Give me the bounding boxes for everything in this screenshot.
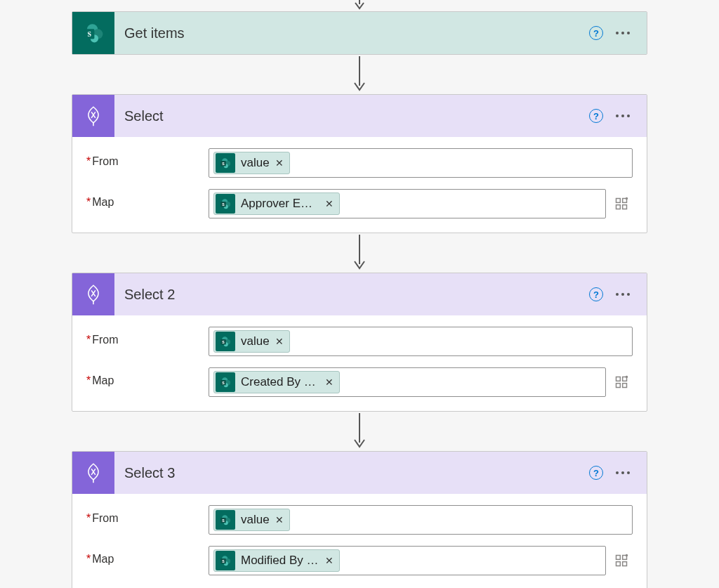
param-label: *From [86, 327, 209, 346]
svg-point-19 [626, 197, 628, 200]
svg-text:S: S [222, 162, 225, 166]
svg-point-49 [626, 554, 628, 556]
svg-rect-48 [623, 562, 627, 566]
connector[interactable] [351, 55, 368, 94]
dynamic-token-value[interactable]: S value ✕ [213, 152, 290, 174]
connector[interactable] [351, 233, 368, 273]
svg-rect-32 [616, 384, 621, 388]
param-row-map: *Map S Modified By E… ✕ [86, 546, 633, 575]
card-title: Select 2 [114, 287, 585, 303]
more-menu-button[interactable] [612, 462, 634, 484]
remove-token-icon[interactable]: ✕ [325, 377, 334, 388]
switch-map-mode-button[interactable] [610, 367, 633, 397]
dynamic-token-approver-email[interactable]: S Approver Email ✕ [213, 192, 340, 215]
help-button[interactable]: ? [585, 462, 607, 484]
sharepoint-icon: S [216, 332, 235, 351]
map-input[interactable]: S Modified By E… ✕ [209, 546, 606, 575]
svg-text:S: S [88, 30, 92, 38]
from-input[interactable]: S value ✕ [209, 327, 633, 356]
sharepoint-icon: S [216, 510, 235, 530]
svg-rect-15 [616, 199, 621, 203]
dynamic-token-value[interactable]: S value ✕ [213, 330, 290, 353]
card-title: Select 3 [114, 465, 585, 481]
remove-token-icon[interactable]: ✕ [325, 555, 334, 566]
remove-token-icon[interactable]: ✕ [275, 157, 284, 169]
from-input[interactable]: S value ✕ [209, 505, 633, 535]
svg-rect-33 [623, 384, 627, 388]
param-row-map: *Map S Created By Em… ✕ [86, 367, 633, 397]
data-operation-icon [72, 452, 114, 494]
more-menu-button[interactable] [612, 105, 634, 127]
svg-rect-30 [616, 377, 621, 381]
svg-text:S: S [222, 381, 225, 385]
param-row-from: *From S value ✕ [86, 505, 633, 535]
help-button[interactable]: ? [585, 22, 607, 44]
svg-text:S: S [222, 518, 225, 523]
map-input[interactable]: S Created By Em… ✕ [209, 367, 606, 397]
card-title: Select [114, 108, 585, 124]
from-input[interactable]: S value ✕ [209, 148, 633, 178]
action-card-select[interactable]: Select ? *From S [72, 94, 647, 233]
param-row-map: *Map S Approver Email ✕ [86, 189, 633, 218]
map-input[interactable]: S Approver Email ✕ [209, 189, 606, 218]
sharepoint-icon: S [216, 372, 235, 392]
action-card-select-3[interactable]: Select 3 ? *From S value ✕ [72, 451, 647, 588]
remove-token-icon[interactable]: ✕ [275, 514, 284, 525]
more-menu-button[interactable] [612, 283, 634, 306]
dynamic-token-created-by-email[interactable]: S Created By Em… ✕ [213, 371, 340, 393]
param-label: *From [86, 148, 209, 168]
svg-rect-47 [616, 562, 621, 566]
dynamic-token-value[interactable]: S value ✕ [213, 509, 290, 531]
help-button[interactable]: ? [585, 105, 607, 127]
switch-map-mode-button[interactable] [610, 189, 633, 218]
svg-text:S: S [222, 559, 225, 563]
svg-text:S: S [222, 202, 225, 207]
remove-token-icon[interactable]: ✕ [275, 336, 284, 347]
more-menu-button[interactable] [612, 22, 634, 44]
help-button[interactable]: ? [585, 283, 607, 306]
param-row-from: *From S value ✕ [86, 327, 633, 356]
data-operation-icon [72, 95, 114, 137]
connector[interactable] [351, 412, 368, 451]
svg-rect-18 [623, 205, 627, 209]
svg-rect-45 [616, 556, 621, 560]
action-card-get-items[interactable]: S Get items ? [72, 11, 647, 55]
svg-text:S: S [222, 340, 225, 344]
param-label: *Map [86, 367, 209, 387]
remove-token-icon[interactable]: ✕ [325, 198, 334, 209]
param-label: *Map [86, 546, 209, 566]
param-row-from: *From S value ✕ [86, 148, 633, 178]
param-label: *Map [86, 189, 209, 209]
switch-map-mode-button[interactable] [610, 546, 633, 575]
flow-canvas: S Get items ? Select ? [0, 0, 719, 588]
svg-point-34 [626, 376, 628, 378]
dynamic-token-modified-by-email[interactable]: S Modified By E… ✕ [213, 549, 340, 572]
sharepoint-icon: S [216, 194, 235, 214]
connector-top [351, 0, 368, 11]
sharepoint-icon: S [216, 551, 235, 570]
sharepoint-icon: S [72, 12, 114, 54]
action-card-select-2[interactable]: Select 2 ? *From S value ✕ [72, 273, 647, 412]
card-title: Get items [114, 25, 585, 41]
svg-rect-17 [616, 205, 621, 209]
sharepoint-icon: S [216, 153, 235, 173]
param-label: *From [86, 505, 209, 525]
data-operation-icon [72, 273, 114, 315]
